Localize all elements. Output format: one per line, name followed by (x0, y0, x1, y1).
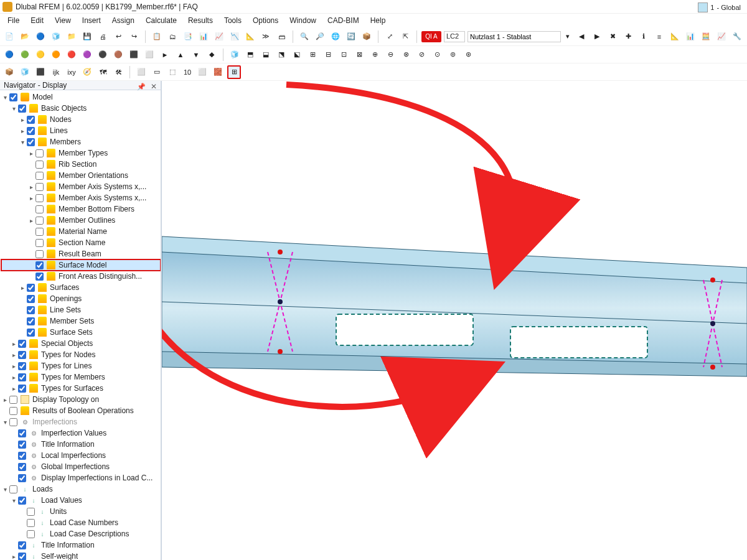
tree-openings[interactable]: Openings (1, 293, 161, 304)
tb-table3-icon[interactable]: 📑 (181, 30, 195, 44)
tb2-v1-icon[interactable]: 🧊 (228, 48, 242, 62)
quality-badge[interactable]: QI A (421, 31, 441, 42)
tree-types-nodes[interactable]: ▸Types for Nodes (1, 349, 161, 360)
coord-system-selector[interactable]: 1 - Global (698, 2, 741, 12)
tb-globe-icon[interactable]: 🌐 (329, 30, 342, 44)
tree-lc-numbers[interactable]: ↓Load Case Numbers (1, 517, 161, 528)
tree-outlines[interactable]: ▸Member Outlines (1, 215, 161, 226)
tree-rib-section[interactable]: Rib Section (1, 159, 161, 170)
tb-refresh-icon[interactable]: 🔄 (344, 30, 358, 44)
tb2-c10-icon[interactable]: ⬜ (143, 48, 156, 62)
tree-line-sets[interactable]: Line Sets (1, 304, 161, 315)
tb-nav-chart-icon[interactable]: 📊 (684, 30, 697, 44)
tb-nav-calc-icon[interactable]: 🧮 (699, 30, 713, 44)
tree-display-topo[interactable]: ▸Display Topology on (1, 394, 161, 405)
tree-self-weight[interactable]: ▸↓Self-weight (1, 551, 161, 560)
tb-nav-info-icon[interactable]: ℹ (637, 30, 651, 44)
tb2-c6-icon[interactable]: 🟣 (80, 48, 94, 62)
tb2-v13-icon[interactable]: ⊘ (415, 48, 428, 62)
close-icon[interactable]: ✕ (151, 82, 157, 91)
tree-load-values[interactable]: ▾↓Load Values (1, 495, 161, 506)
tb2-v8-icon[interactable]: ⊡ (337, 48, 350, 62)
tb-measure-icon[interactable]: 📐 (243, 30, 257, 44)
tb-box-icon[interactable]: 🗃 (275, 30, 288, 44)
tree-units[interactable]: ↓Units (1, 506, 161, 517)
tb-nav-close-icon[interactable]: ✖ (606, 30, 619, 44)
tb-graph2-icon[interactable]: 📈 (212, 30, 226, 44)
menu-help[interactable]: Help (365, 15, 391, 26)
tb-nav-add-icon[interactable]: ✚ (621, 30, 635, 44)
tb-table1-icon[interactable]: 📋 (150, 30, 164, 44)
tree-title-info2[interactable]: ↓Title Information (1, 539, 161, 551)
tb2-v16-icon[interactable]: ⊛ (461, 48, 475, 62)
tree-section[interactable]: Section Name (1, 237, 161, 248)
tb-arrow2-icon[interactable]: ⇱ (398, 30, 412, 44)
tb-nav-prev-icon[interactable]: ◀ (575, 30, 588, 44)
tb-save-icon[interactable]: 💾 (80, 30, 94, 44)
tb2-v9-icon[interactable]: ⊠ (352, 48, 366, 62)
tb2-c2-icon[interactable]: 🟢 (18, 48, 32, 62)
tb3-m2-icon[interactable]: 🧱 (211, 65, 225, 79)
tb-nav-list-icon[interactable]: ≡ (652, 30, 666, 44)
tb2-v7-icon[interactable]: ⊟ (321, 48, 335, 62)
tb-open-icon[interactable]: 📂 (18, 30, 32, 44)
tree-member-sets[interactable]: Member Sets (1, 315, 161, 327)
tb3-v2-icon[interactable]: ▭ (150, 65, 164, 79)
tree-surfaces[interactable]: ▸Surfaces (1, 282, 161, 293)
menu-edit[interactable]: Edit (26, 15, 49, 26)
tb3-a8-icon[interactable]: 🛠 (111, 65, 125, 79)
tree-material[interactable]: Material Name (1, 226, 161, 237)
tree-imperfections[interactable]: ▾⚙Imperfections (1, 416, 161, 427)
tb-undo-icon[interactable]: ↩ (111, 30, 125, 44)
tree-result-beam[interactable]: Result Beam (1, 248, 161, 259)
tb2-v11-icon[interactable]: ⊖ (383, 48, 397, 62)
tb3-a5-icon[interactable]: ixy (65, 65, 78, 79)
tree-special[interactable]: ▸Special Objects (1, 338, 161, 349)
tb-print-icon[interactable]: 🖨 (96, 30, 110, 44)
tb-sphere-icon[interactable]: 🔵 (34, 30, 47, 44)
tb3-a6-icon[interactable]: 🧭 (80, 65, 94, 79)
tb2-v14-icon[interactable]: ⊙ (430, 48, 444, 62)
menu-calculate[interactable]: Calculate (141, 15, 182, 26)
tb3-a2-icon[interactable]: 🧊 (18, 65, 32, 79)
menu-cadbim[interactable]: CAD-BIM (322, 15, 364, 26)
tree-axis2[interactable]: ▸Member Axis Systems x,... (1, 192, 161, 203)
load-case-code[interactable]: LC2 (444, 31, 465, 42)
tb2-c11-icon[interactable]: ► (158, 48, 172, 62)
tb-graph1-icon[interactable]: 📊 (197, 30, 210, 44)
tree-disp-imp-lc[interactable]: ⚙Display Imperfections in Load C... (1, 472, 161, 483)
menu-file[interactable]: File (2, 15, 24, 26)
tb3-v1-icon[interactable]: ⬜ (134, 65, 148, 79)
tb-nav-measure-icon[interactable]: 📐 (668, 30, 682, 44)
tree-global-imp[interactable]: ⚙Global Imperfections (1, 461, 161, 472)
tb-nav-tool-icon[interactable]: 🔧 (730, 30, 744, 44)
tb-zoomin-icon[interactable]: 🔍 (298, 30, 311, 44)
tb2-c3-icon[interactable]: 🟡 (34, 48, 47, 62)
tree-types-members[interactable]: ▸Types for Members (1, 371, 161, 383)
tb-new-icon[interactable]: 📄 (2, 30, 16, 44)
tree-front-areas[interactable]: Front Areas Distinguish... (1, 271, 161, 282)
tb2-v10-icon[interactable]: ⊕ (368, 48, 382, 62)
tree-local-imp[interactable]: ⚙Local Imperfections (1, 450, 161, 461)
menu-view[interactable]: View (50, 15, 76, 26)
tb2-c13-icon[interactable]: ▼ (189, 48, 203, 62)
tb2-c1-icon[interactable]: 🔵 (2, 48, 16, 62)
tb-script-icon[interactable]: ≫ (259, 30, 273, 44)
tree-surface-model[interactable]: Surface Model (1, 259, 161, 271)
tb-folder-icon[interactable]: 📁 (65, 30, 78, 44)
tb-redo-icon[interactable]: ↪ (127, 30, 141, 44)
tree-types-lines[interactable]: ▸Types for Lines (1, 360, 161, 371)
lc-dropdown-arrow-icon[interactable]: ▾ (563, 30, 572, 44)
tb-table2-icon[interactable]: 🗂 (166, 30, 179, 44)
tb2-c7-icon[interactable]: ⚫ (96, 48, 110, 62)
menu-assign[interactable]: Assign (107, 15, 139, 26)
tree-bool-results[interactable]: Results of Boolean Operations (1, 405, 161, 416)
panel-header[interactable]: Navigator - Display 📌 ✕ (0, 81, 161, 90)
tree-lc-desc[interactable]: ↓Load Case Descriptions (1, 528, 161, 539)
tb2-c8-icon[interactable]: 🟤 (111, 48, 125, 62)
load-case-dropdown[interactable] (467, 31, 561, 42)
tb-nav-next-icon[interactable]: ▶ (590, 30, 604, 44)
tb-nav-graph-icon[interactable]: 📈 (715, 30, 728, 44)
tree-types-surfaces[interactable]: ▸Types for Surfaces (1, 383, 161, 394)
tb3-a3-icon[interactable]: ⬛ (34, 65, 47, 79)
